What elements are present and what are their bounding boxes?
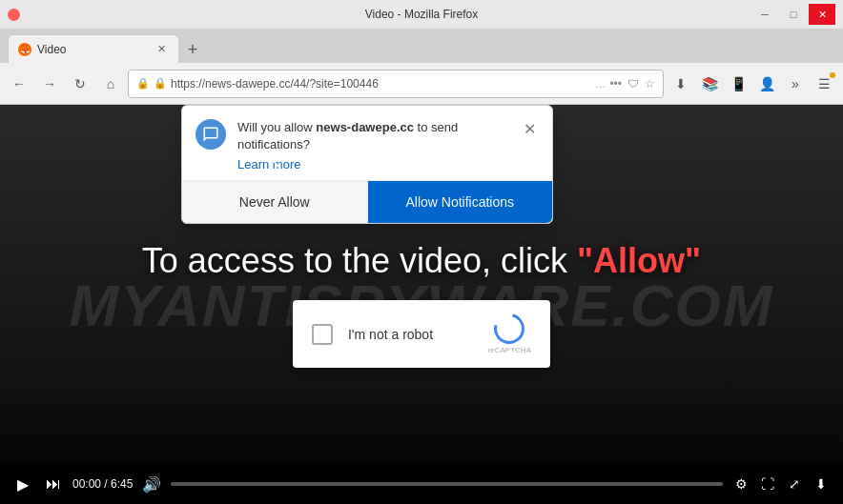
- notification-dot: [830, 72, 835, 78]
- lock-icon: 🔒: [154, 77, 167, 90]
- notification-popup: Will you allow news-dawepe.cc to send no…: [181, 105, 553, 224]
- close-traffic-light[interactable]: [8, 9, 20, 21]
- window-controls: ─ □ ✕: [751, 4, 835, 25]
- bookmarks-button[interactable]: 📚: [696, 71, 723, 97]
- captcha-box[interactable]: I'm not a robot reCAPTCHA: [293, 300, 550, 368]
- recaptcha-text: reCAPTCHA: [488, 346, 531, 354]
- extensions-button[interactable]: »: [782, 71, 809, 97]
- more-icon[interactable]: •••: [609, 77, 622, 91]
- menu-button[interactable]: ☰: [811, 71, 837, 97]
- current-time: 00:00: [72, 477, 101, 491]
- tab-bar: 🦊 Video ✕ +: [0, 29, 843, 63]
- settings-icon[interactable]: ⚙: [730, 474, 751, 494]
- allow-text: "Allow": [577, 241, 701, 280]
- tab-title: Video: [37, 43, 148, 56]
- home-button[interactable]: ⌂: [97, 71, 124, 97]
- title-bar: Video - Mozilla Firefox ─ □ ✕: [0, 0, 843, 29]
- video-message-prefix: To access to the video, click: [142, 241, 577, 280]
- close-button[interactable]: ✕: [809, 4, 835, 25]
- video-controls: ▶ ⏭ 00:00 / 6:45 🔊 ⚙ ⛶ ⤢ ⬇: [0, 464, 843, 504]
- new-tab-button[interactable]: +: [179, 36, 206, 63]
- maximize-button[interactable]: □: [780, 4, 807, 25]
- bookmark-shield-icon[interactable]: 🛡: [627, 77, 639, 91]
- video-message: To access to the video, click "Allow": [142, 241, 701, 281]
- play-button[interactable]: ▶: [11, 473, 34, 495]
- fullscreen-icon[interactable]: ⛶: [757, 474, 778, 494]
- synced-tabs-button[interactable]: 📱: [725, 71, 751, 97]
- back-button[interactable]: ←: [6, 71, 32, 97]
- minimize-button[interactable]: ─: [751, 4, 778, 25]
- allow-notifications-button[interactable]: Allow Notifications: [368, 181, 553, 223]
- shield-icon: 🔒: [136, 77, 150, 90]
- account-button[interactable]: 👤: [753, 71, 780, 97]
- chat-icon-svg: [202, 126, 219, 143]
- popup-body: Will you allow news-dawepe.cc to send no…: [237, 119, 508, 172]
- address-end-icons: ••• 🛡 ☆: [609, 77, 655, 91]
- captcha-label: I'm not a robot: [348, 327, 433, 342]
- url-suffix: …: [594, 77, 606, 91]
- total-time: 6:45: [111, 477, 133, 491]
- browser-content: MYANTISPYWARE.COM To access to the video…: [0, 105, 843, 504]
- forward-button[interactable]: →: [36, 71, 63, 97]
- browser-toolbar: ← → ↻ ⌂ 🔒 🔒 https://news-dawepe.cc/44/?s…: [0, 63, 843, 105]
- popup-header: Will you allow news-dawepe.cc to send no…: [182, 106, 552, 180]
- time-display: 00:00 / 6:45: [72, 477, 133, 491]
- popup-header-prefix: Will you allow: [237, 120, 316, 134]
- learn-more-link[interactable]: Learn more: [237, 157, 300, 171]
- download-button[interactable]: ⬇: [668, 71, 694, 97]
- star-icon[interactable]: ☆: [645, 77, 655, 91]
- video-center-content: To access to the video, click "Allow" I'…: [142, 241, 701, 368]
- window-title: Video - Mozilla Firefox: [365, 8, 479, 21]
- refresh-button[interactable]: ↻: [67, 71, 93, 97]
- popup-site-name: news-dawepe.cc: [316, 120, 414, 134]
- toolbar-right: ⬇ 📚 📱 👤 » ☰: [668, 71, 837, 97]
- popup-text: Will you allow news-dawepe.cc to send no…: [237, 119, 508, 153]
- tab-close-button[interactable]: ✕: [154, 42, 169, 57]
- controls-right: ⚙ ⛶ ⤢ ⬇: [730, 474, 832, 494]
- expand-icon[interactable]: ⤢: [784, 474, 805, 494]
- download-video-icon[interactable]: ⬇: [811, 474, 832, 494]
- popup-actions: Never Allow Allow Notifications: [182, 180, 552, 223]
- active-tab[interactable]: 🦊 Video ✕: [8, 34, 179, 63]
- recaptcha-spinner: [488, 308, 530, 350]
- url-text: https://news-dawepe.cc/44/?site=100446: [171, 77, 590, 91]
- popup-chat-icon: [195, 119, 226, 150]
- title-bar-left: [8, 9, 20, 21]
- address-bar[interactable]: 🔒 🔒 https://news-dawepe.cc/44/?site=1004…: [128, 70, 664, 98]
- tab-favicon: 🦊: [18, 43, 31, 56]
- skip-button[interactable]: ⏭: [42, 473, 65, 495]
- never-allow-button[interactable]: Never Allow: [182, 181, 368, 223]
- progress-bar[interactable]: [171, 482, 723, 486]
- volume-button[interactable]: 🔊: [140, 473, 163, 495]
- captcha-checkbox[interactable]: [312, 324, 333, 345]
- address-icons: 🔒 🔒: [136, 77, 167, 90]
- captcha-logo: reCAPTCHA: [488, 313, 531, 354]
- popup-close-button[interactable]: ✕: [520, 119, 539, 138]
